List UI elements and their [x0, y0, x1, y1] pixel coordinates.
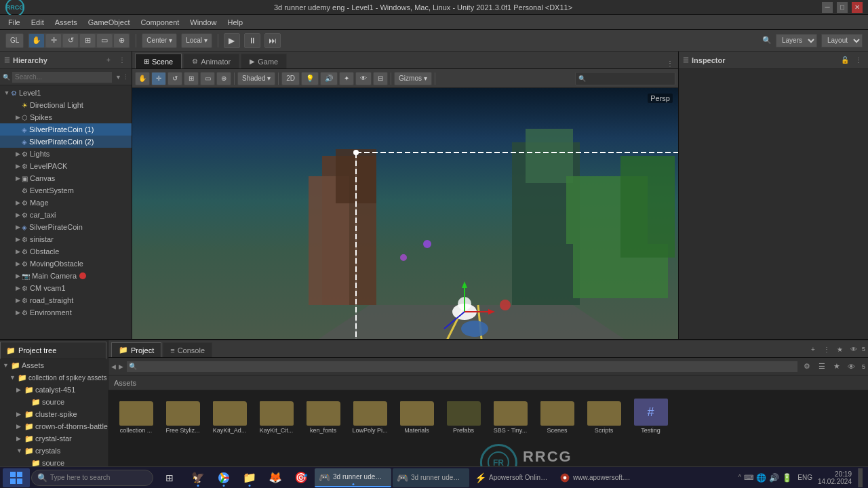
- scene-audio-toggle[interactable]: 🔊: [320, 72, 338, 85]
- move-tool[interactable]: ✛: [45, 33, 62, 48]
- tree-item-obstacle[interactable]: ▶ ⚙ Obstacle: [0, 245, 132, 258]
- tree-item-cartaxi[interactable]: ▶ ⚙ car_taxi: [0, 209, 132, 221]
- scene-2d-toggle[interactable]: 2D: [281, 72, 300, 85]
- assets-back-btn[interactable]: ◀: [111, 363, 116, 370]
- tab-scene[interactable]: ⊞ Scene: [135, 54, 182, 68]
- show-desktop-btn[interactable]: [859, 468, 863, 487]
- scene-hand-tool[interactable]: ✋: [135, 72, 150, 85]
- scene-more-btn[interactable]: ⋮: [665, 58, 675, 68]
- tree-item-road[interactable]: ▶ ⚙ road_straight: [0, 294, 132, 306]
- proj-item-assets[interactable]: ▼ 📁 Assets: [0, 359, 108, 371]
- tree-item-coin2[interactable]: ◈ SilverPirateCoin (2): [0, 136, 132, 148]
- pause-button[interactable]: ⏸: [244, 33, 260, 48]
- local-toggle[interactable]: Local ▾: [181, 33, 212, 48]
- close-button[interactable]: ✕: [852, 2, 863, 13]
- tray-arrow-icon[interactable]: ^: [738, 474, 742, 481]
- scene-rect-tool[interactable]: ▭: [200, 72, 215, 85]
- scene-rotate-tool[interactable]: ↺: [167, 72, 182, 85]
- inspector-lock-btn[interactable]: 🔓: [840, 55, 850, 66]
- tree-item-movingobstacle[interactable]: ▶ ⚙ MovingObstacle: [0, 258, 132, 270]
- taskbar-taskview-btn[interactable]: ⊞: [157, 468, 182, 487]
- tab-animator[interactable]: ⚙ Animator: [183, 54, 239, 68]
- rotate-tool[interactable]: ↺: [62, 33, 79, 48]
- taskbar-app-unity2[interactable]: 🎮 3d runner udemy e...: [393, 468, 469, 487]
- tree-item-spikes[interactable]: ▶ ⬡ Spikes: [0, 111, 132, 123]
- asset-item-prefabs[interactable]: Prefabs: [441, 396, 486, 436]
- scene-shading-dropdown[interactable]: Shaded ▾: [237, 72, 275, 85]
- hierarchy-add-btn[interactable]: +: [103, 55, 114, 66]
- tray-keyboard-icon[interactable]: ⌨: [744, 474, 753, 481]
- menu-window[interactable]: Window: [184, 17, 222, 28]
- menu-help[interactable]: Help: [222, 17, 248, 28]
- scene-light-toggle[interactable]: 💡: [301, 72, 319, 85]
- tree-item-sinistar[interactable]: ▶ ⚙ sinistar: [0, 233, 132, 245]
- gl-dropdown[interactable]: GL: [5, 33, 24, 48]
- tree-item-coin1[interactable]: ◈ SilverPirateCoin (1): [0, 123, 132, 136]
- taskbar-app-unity1[interactable]: 🎮 3d runner udemy e...: [315, 468, 391, 487]
- taskbar-app-chrome1[interactable]: [212, 468, 236, 487]
- proj-item-catalyst[interactable]: ▶ 📁 catalyst-451: [0, 384, 108, 396]
- proj-item-crystals[interactable]: ▼ 📁 crystals: [0, 445, 108, 457]
- asset-item-kaykitad[interactable]: KayKit_Ad...: [208, 396, 252, 436]
- tree-item-eventsystem[interactable]: ⚙ EventSystem: [0, 184, 132, 197]
- scene-grid-toggle[interactable]: ⊟: [373, 72, 388, 85]
- play-button[interactable]: ▶: [224, 33, 240, 48]
- scene-viewport[interactable]: Persp: [132, 88, 678, 339]
- menu-gameobject[interactable]: GameObject: [83, 17, 136, 28]
- tree-item-levelpack[interactable]: ▶ ⚙ LevelPACK: [0, 160, 132, 172]
- tray-network-icon[interactable]: 🌐: [756, 473, 766, 483]
- menu-assets[interactable]: Assets: [50, 17, 83, 28]
- scene-scale-tool[interactable]: ⊞: [184, 72, 199, 85]
- scene-move-tool[interactable]: ✛: [151, 72, 166, 85]
- tray-volume-icon[interactable]: 🔊: [769, 473, 779, 483]
- asset-item-scripts[interactable]: Scripts: [582, 396, 626, 436]
- tab-game[interactable]: ▶ Game: [241, 54, 287, 68]
- tree-item-canvas[interactable]: ▶ ▣ Canvas: [0, 172, 132, 184]
- asset-item-kenfonts[interactable]: ken_fonts: [301, 396, 345, 436]
- taskbar-app-firefox[interactable]: 🦊: [263, 468, 288, 487]
- scene-fx-toggle[interactable]: ✦: [339, 72, 354, 85]
- tree-item-mage[interactable]: ▶ ⚙ Mage: [0, 197, 132, 209]
- scene-transform-tool[interactable]: ⊕: [216, 72, 231, 85]
- pivot-toggle[interactable]: Center ▾: [142, 33, 177, 48]
- bottom-panel-more-btn[interactable]: ⋮: [821, 344, 832, 354]
- taskbar-app-other[interactable]: 🎯: [289, 468, 313, 487]
- asset-item-testing[interactable]: # Testing: [629, 396, 673, 436]
- scene-hide-toggle[interactable]: 👁: [355, 72, 372, 85]
- layers-dropdown[interactable]: Layers: [776, 34, 817, 47]
- bottom-tab-console[interactable]: ≡ Console: [163, 342, 212, 357]
- gizmos-dropdown[interactable]: Gizmos ▾: [394, 72, 432, 85]
- transform-tool[interactable]: ⊕: [113, 33, 130, 48]
- step-button[interactable]: ⏭: [264, 33, 281, 48]
- rect-tool[interactable]: ▭: [96, 33, 113, 48]
- assets-view-btn[interactable]: ☰: [816, 361, 828, 373]
- scale-tool[interactable]: ⊞: [79, 33, 96, 48]
- asset-item-freestyliz[interactable]: Free Styliz...: [161, 396, 205, 436]
- asset-item-collection[interactable]: collection ...: [114, 396, 158, 436]
- layout-dropdown[interactable]: Layout: [821, 34, 863, 47]
- proj-item-clusterspike[interactable]: ▶ 📁 cluster-spike: [0, 408, 108, 420]
- menu-edit[interactable]: Edit: [26, 17, 50, 28]
- tree-item-maincamera[interactable]: ▶ 📷 Main Camera: [0, 270, 132, 282]
- taskbar-app-folder[interactable]: 📁: [237, 468, 262, 487]
- hand-tool[interactable]: ✋: [28, 33, 45, 48]
- start-button[interactable]: [3, 468, 30, 487]
- assets-fwd-btn[interactable]: ▶: [119, 363, 123, 370]
- bottom-panel-eye-btn[interactable]: 👁: [848, 344, 859, 354]
- minimize-button[interactable]: ─: [822, 2, 833, 13]
- assets-search-input[interactable]: [126, 361, 798, 373]
- inspector-more-btn[interactable]: ⋮: [853, 55, 864, 66]
- asset-item-materials-folder[interactable]: Materials: [395, 396, 439, 436]
- asset-item-kaykit[interactable]: KayKit_Cit...: [254, 396, 298, 436]
- proj-item-crystalstar[interactable]: ▶ 📁 crystal-star: [0, 432, 108, 445]
- assets-more2-btn[interactable]: 👁: [846, 361, 858, 373]
- maximize-button[interactable]: □: [837, 2, 848, 13]
- asset-item-sbstiny[interactable]: SBS - Tiny...: [488, 396, 532, 436]
- tree-item-environment[interactable]: ▶ ⚙ Environment: [0, 306, 132, 319]
- tray-battery-icon[interactable]: 🔋: [782, 473, 792, 483]
- tree-item-directional-light[interactable]: ☀ Directional Light: [0, 99, 132, 111]
- bottom-panel-add-btn[interactable]: +: [808, 344, 818, 354]
- asset-item-scenes[interactable]: Scenes: [535, 396, 579, 436]
- tree-item-level1[interactable]: ▼ ⚙ Level1: [0, 87, 132, 99]
- taskbar-app-www[interactable]: www.apowersoft....: [555, 468, 634, 487]
